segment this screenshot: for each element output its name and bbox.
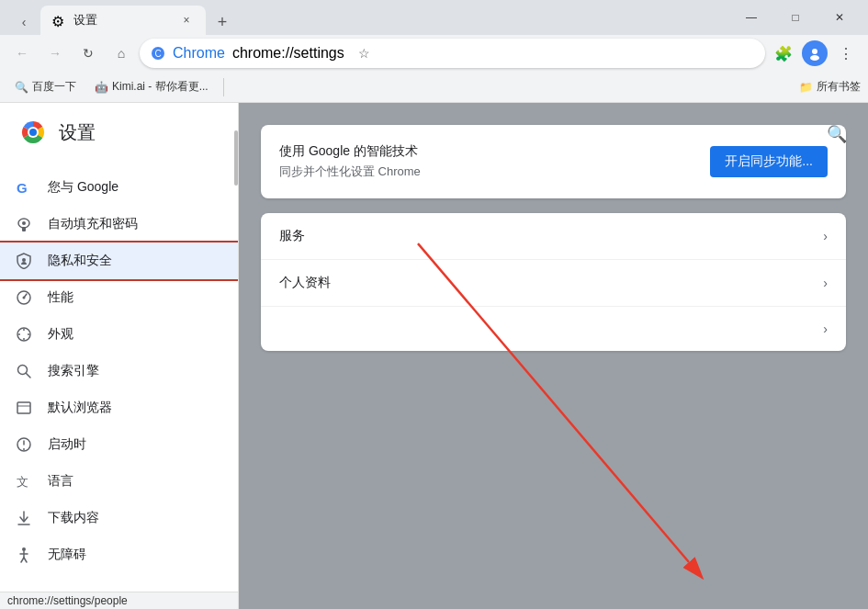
active-tab[interactable]: ⚙ 设置 × — [40, 6, 206, 35]
accessibility-icon — [15, 546, 33, 564]
svg-point-12 — [22, 258, 26, 262]
close-button[interactable]: ✕ — [818, 3, 861, 32]
sync-button[interactable]: 开启同步功能... — [710, 146, 828, 177]
content-search-icon: 🔍 — [827, 124, 847, 144]
autofill-icon — [15, 215, 33, 233]
forward-icon: → — [49, 46, 62, 61]
bookmark-baidu[interactable]: 🔍 百度一下 — [7, 75, 84, 98]
menu-icon: ⋮ — [839, 45, 853, 62]
svg-line-21 — [27, 374, 31, 378]
extra-row[interactable]: › — [261, 307, 846, 351]
maximize-button[interactable]: □ — [774, 3, 817, 32]
baidu-label: 百度一下 — [32, 79, 76, 95]
services-row[interactable]: 服务 › — [261, 213, 846, 260]
accessibility-label: 无障碍 — [48, 547, 86, 563]
bookmarks-bar: 🔍 百度一下 🤖 Kimi.ai - 帮你看更... 📁 所有书签 — [0, 72, 868, 103]
sidebar-item-startup[interactable]: 启动时 — [0, 426, 238, 463]
sync-card-title: 使用 Google 的智能技术 — [279, 143, 421, 160]
chrome-security-icon: C — [151, 46, 165, 61]
extensions-button[interactable]: 🧩 — [769, 39, 798, 68]
sidebar-item-downloads[interactable]: 下载内容 — [0, 500, 238, 536]
sidebar-item-performance[interactable]: 性能 — [0, 279, 238, 316]
profile-chevron: › — [823, 276, 828, 290]
main-content: 设置 G 您与 Google — [0, 103, 868, 609]
search-engine-label: 搜索引擎 — [48, 363, 99, 379]
content-search-button[interactable]: 🔍 — [820, 118, 853, 151]
all-bookmarks-button[interactable]: 📁 所有书签 — [799, 79, 861, 95]
sidebar-item-appearance[interactable]: 外观 — [0, 316, 238, 353]
back-icon: ← — [16, 46, 28, 61]
toolbar-icons: 🧩 ⋮ — [769, 39, 861, 68]
new-tab-button[interactable]: + — [209, 9, 235, 35]
bookmark-kimi[interactable]: 🤖 Kimi.ai - 帮你看更... — [87, 75, 216, 98]
svg-rect-22 — [17, 402, 30, 413]
sidebar-header: 设置 — [0, 103, 238, 162]
downloads-label: 下载内容 — [48, 510, 99, 526]
svg-point-14 — [23, 297, 26, 299]
profile-avatar — [802, 40, 828, 66]
tab-favicon: ⚙ — [51, 13, 66, 28]
sidebar-item-accessibility[interactable]: 无障碍 — [0, 536, 238, 573]
svg-point-16 — [23, 329, 25, 331]
services-chevron: › — [823, 229, 828, 243]
privacy-icon — [15, 252, 33, 270]
back-button[interactable]: ← — [7, 39, 37, 68]
settings-rows: 服务 › 个人资料 › › — [261, 213, 846, 351]
folder-icon: 📁 — [799, 81, 813, 94]
settings-content: 🔍 使用 Google 的智能技术 同步并个性化设置 Chrome 开启同步功能… — [239, 103, 868, 609]
sidebar-item-google[interactable]: G 您与 Google — [0, 169, 238, 206]
sidebar-item-default-browser[interactable]: 默认浏览器 — [0, 389, 238, 426]
status-bar: chrome://settings/people — [0, 592, 239, 609]
tab-close-button[interactable]: × — [178, 12, 195, 28]
tab-strip-back-button[interactable]: ‹ — [11, 9, 37, 35]
performance-icon — [15, 288, 33, 307]
status-url: chrome://settings/people — [7, 594, 128, 607]
svg-point-18 — [18, 333, 20, 335]
settings-sidebar: 设置 G 您与 Google — [0, 103, 239, 609]
url-text: chrome://settings — [232, 45, 344, 62]
kimi-label: Kimi.ai - 帮你看更... — [112, 79, 209, 95]
settings-page-title: 设置 — [59, 120, 96, 145]
home-button[interactable]: ⌂ — [107, 39, 136, 68]
extensions-icon: 🧩 — [774, 45, 793, 62]
address-bar: ← → ↻ ⌂ C Chrome chrome://settings ☆ — [0, 35, 868, 72]
baidu-favicon: 🔍 — [15, 81, 28, 94]
sidebar-item-language[interactable]: 文 语言 — [0, 463, 238, 500]
sidebar-item-privacy[interactable]: 隐私和安全 — [0, 242, 238, 279]
sidebar-item-search-engine[interactable]: 搜索引擎 — [0, 353, 238, 389]
appearance-label: 外观 — [48, 326, 73, 343]
default-browser-icon — [15, 399, 33, 417]
site-name: Chrome — [173, 45, 225, 62]
svg-point-19 — [28, 333, 29, 335]
bookmark-star-button[interactable]: ☆ — [352, 40, 378, 66]
appearance-icon — [15, 325, 33, 344]
svg-point-26 — [23, 448, 25, 450]
sync-card: 使用 Google 的智能技术 同步并个性化设置 Chrome 开启同步功能..… — [261, 125, 846, 198]
home-icon: ⌂ — [118, 46, 125, 61]
extra-chevron: › — [823, 321, 828, 336]
tab-strip: ‹ ⚙ 设置 × + — [7, 0, 730, 35]
default-browser-label: 默认浏览器 — [48, 400, 112, 416]
language-label: 语言 — [48, 473, 73, 490]
reload-button[interactable]: ↻ — [73, 39, 103, 68]
sidebar-scrollbar-thumb — [234, 130, 238, 186]
sidebar-scrollbar[interactable] — [234, 103, 238, 609]
omnibox[interactable]: C Chrome chrome://settings ☆ — [140, 39, 765, 68]
forward-button[interactable]: → — [40, 39, 70, 68]
sidebar-item-autofill[interactable]: 自动填充和密码 — [0, 206, 238, 242]
svg-point-10 — [22, 221, 26, 225]
startup-label: 启动时 — [48, 436, 86, 453]
profile-label: 个人资料 — [279, 275, 331, 291]
sync-card-text: 使用 Google 的智能技术 同步并个性化设置 Chrome — [279, 143, 421, 180]
startup-icon — [15, 435, 33, 454]
svg-point-3 — [810, 55, 819, 61]
profile-row[interactable]: 个人资料 › — [261, 260, 846, 307]
menu-button[interactable]: ⋮ — [831, 39, 861, 68]
omnibox-icons: ☆ — [352, 40, 378, 66]
bookmarks-divider — [223, 78, 224, 96]
chrome-logo — [18, 118, 48, 147]
minimize-button[interactable]: — — [730, 3, 772, 32]
svg-text:G: G — [17, 180, 28, 196]
title-bar: ‹ ⚙ 设置 × + — □ ✕ — [0, 0, 868, 35]
profile-button[interactable] — [800, 39, 829, 68]
